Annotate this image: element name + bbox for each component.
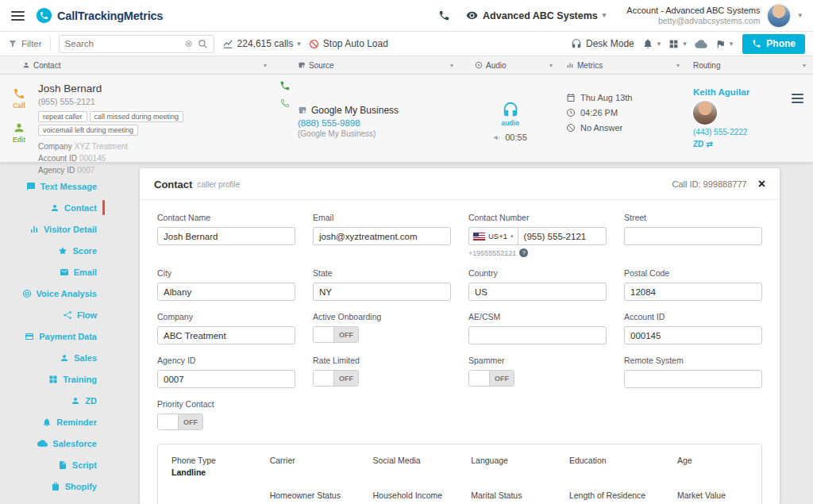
- agent-avatar[interactable]: [693, 101, 717, 125]
- sidebar-item-script[interactable]: Script: [0, 454, 140, 475]
- profile-education: Education: [569, 456, 677, 477]
- chevron-down-icon: ▾: [603, 12, 607, 19]
- sidebar-item-voice-analysis[interactable]: Voice Analysis: [0, 283, 140, 304]
- sidebar-item-reminder[interactable]: Reminder: [0, 411, 140, 433]
- menu-icon[interactable]: [11, 11, 25, 21]
- sidebar-item-zd[interactable]: ZD: [0, 390, 140, 411]
- postal-code-input[interactable]: [624, 283, 762, 301]
- spammer-toggle[interactable]: OFF: [468, 370, 514, 387]
- search-icon[interactable]: [198, 39, 208, 49]
- column-audio[interactable]: Audio ▾: [460, 56, 560, 74]
- sidebar-item-visitor-detail[interactable]: Visitor Detail: [0, 218, 140, 240]
- target-icon: [22, 289, 32, 298]
- tag[interactable]: call missed during meeting: [90, 111, 184, 122]
- active-onboarding-toggle[interactable]: OFF: [313, 326, 359, 343]
- field-spammer: Spammer OFF: [468, 356, 607, 388]
- profile-age: Age: [677, 456, 748, 477]
- speaker-icon[interactable]: [493, 133, 502, 142]
- sidebar-item-salesforce[interactable]: Salesforce: [0, 433, 140, 454]
- filter-chevron-icon[interactable]: ▾: [450, 62, 453, 69]
- agency-id-input[interactable]: [157, 370, 295, 388]
- filter-chevron-icon[interactable]: ▾: [549, 62, 553, 69]
- sales-person-icon: [60, 353, 69, 363]
- edit-action-button[interactable]: Edit: [13, 121, 25, 144]
- close-icon[interactable]: ×: [758, 178, 765, 190]
- sidebar-item-email[interactable]: Email: [0, 261, 140, 283]
- calls-count: 224,615 calls: [237, 38, 294, 49]
- cloud-button[interactable]: [695, 39, 707, 49]
- street-input[interactable]: [624, 227, 762, 245]
- flag-button[interactable]: ▾: [715, 39, 734, 49]
- tag[interactable]: voicemail left during meeting: [38, 125, 138, 136]
- account-id-input[interactable]: [624, 326, 762, 344]
- caller-tags: repeat caller call missed during meeting…: [38, 111, 245, 136]
- sidebar-item-shopify[interactable]: Shopify: [0, 475, 140, 497]
- remote-system-input[interactable]: [624, 370, 762, 388]
- filter-chevron-icon[interactable]: ▾: [803, 62, 806, 69]
- app-logo[interactable]: CallTrackingMetrics: [36, 7, 163, 24]
- field-remote-system: Remote System: [624, 356, 762, 388]
- company-input[interactable]: [157, 326, 295, 344]
- zd-label: ZD: [693, 140, 703, 148]
- field-country: Country: [468, 268, 607, 301]
- desk-mode-button[interactable]: Desk Mode: [571, 38, 634, 49]
- notifications-button[interactable]: ▾: [642, 38, 661, 49]
- sidebar-item-sales[interactable]: Sales: [0, 347, 140, 368]
- filter-chevron-icon[interactable]: ▾: [264, 62, 267, 69]
- user-avatar[interactable]: [768, 5, 790, 27]
- filter-chevron-icon[interactable]: ▾: [676, 62, 680, 69]
- softphone-icon[interactable]: [438, 10, 450, 21]
- city-input[interactable]: [157, 283, 295, 301]
- filter-button[interactable]: Filter: [8, 39, 42, 48]
- country-input[interactable]: [468, 283, 607, 301]
- call-status-icon[interactable]: [280, 98, 290, 108]
- calls-summary-dropdown[interactable]: 224,615 calls ▾: [222, 38, 301, 49]
- state-input[interactable]: [313, 283, 451, 301]
- sidebar-item-training[interactable]: Training: [0, 368, 140, 390]
- sidebar-item-text-message[interactable]: Text Message: [0, 175, 140, 197]
- sidebar-item-score[interactable]: Score: [0, 240, 140, 261]
- rate-limited-toggle[interactable]: OFF: [313, 370, 359, 387]
- tracking-number[interactable]: (888) 555-9898: [298, 118, 460, 128]
- call-action-button[interactable]: Call: [13, 87, 25, 110]
- chat-icon: [26, 182, 36, 191]
- account-chevron-down-icon[interactable]: ▾: [798, 12, 802, 19]
- sidebar-item-payment-data[interactable]: Payment Data: [0, 325, 140, 347]
- contact-number-input[interactable]: [518, 227, 607, 245]
- ae-csm-input[interactable]: [468, 326, 607, 344]
- clear-search-icon[interactable]: ⊗: [185, 38, 193, 49]
- column-contact[interactable]: Contact ▾: [0, 56, 274, 74]
- system-selector[interactable]: Advanced ABC Systems ▾: [466, 10, 606, 21]
- panel-subtitle: caller profile: [197, 180, 240, 189]
- sidebar-item-contact[interactable]: Contact: [0, 197, 140, 218]
- account-info[interactable]: Account - Advanced ABC Systems betty@adv…: [626, 5, 760, 27]
- sidebar-item-zendesk[interactable]: Zendesk: [0, 497, 140, 504]
- phone-button-label: Phone: [766, 38, 796, 49]
- email-input[interactable]: [313, 227, 451, 245]
- phone-type-value: Landline: [171, 467, 270, 477]
- flow-icon: [63, 310, 72, 320]
- tag[interactable]: repeat caller: [38, 111, 87, 122]
- chevron-down-icon: ▾: [730, 40, 734, 48]
- topbar: CallTrackingMetrics Advanced ABC Systems…: [0, 0, 813, 32]
- sidebar-item-flow[interactable]: Flow: [0, 304, 140, 325]
- zd-link[interactable]: ZD ⇄: [693, 140, 813, 148]
- clock-icon: [566, 108, 576, 117]
- country-code-select[interactable]: US+1 ▾: [468, 227, 518, 245]
- stop-auto-load-button[interactable]: Stop Auto Load: [309, 38, 388, 49]
- field-active-onboarding: Active Onboarding OFF: [313, 312, 451, 344]
- priority-contact-toggle[interactable]: OFF: [157, 414, 203, 430]
- column-source[interactable]: Source ▾: [274, 56, 460, 74]
- phone-button[interactable]: Phone: [742, 34, 805, 54]
- column-routing[interactable]: Routing ▾: [687, 56, 813, 74]
- info-icon[interactable]: [519, 248, 528, 257]
- account-email: betty@advabcsystems.com: [626, 16, 760, 27]
- call-received-icon[interactable]: [279, 80, 291, 91]
- column-metrics[interactable]: Metrics ▾: [560, 56, 687, 74]
- agent-phone[interactable]: (443) 555-2222: [693, 128, 813, 137]
- contact-name-input[interactable]: [157, 227, 295, 245]
- apps-button[interactable]: ▾: [669, 39, 687, 49]
- search-input[interactable]: [65, 39, 180, 48]
- row-menu-icon[interactable]: [792, 94, 803, 103]
- headphones-icon[interactable]: [502, 101, 519, 118]
